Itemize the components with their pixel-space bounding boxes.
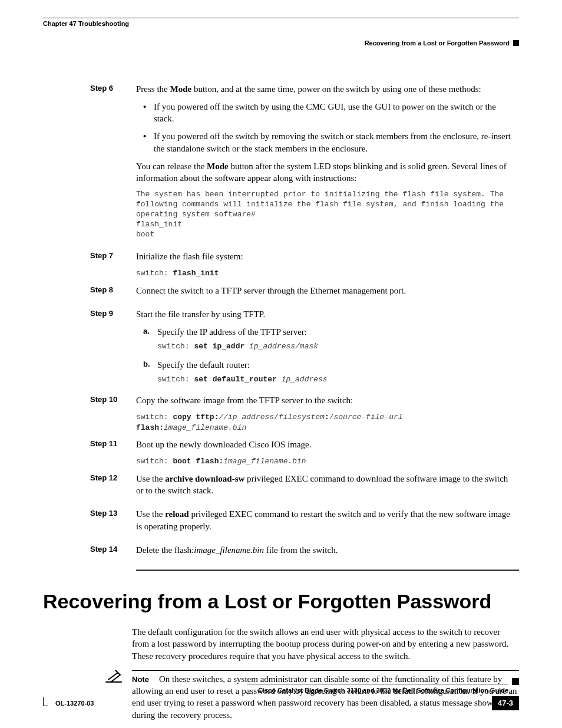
code-output: The system has been interrupted prior to… (136, 190, 516, 239)
step-14: Step 14 Delete the flash:image_filename.… (43, 544, 519, 562)
page-footer: Cisco Catalyst Blade Switch 3130 and 303… (43, 678, 519, 710)
header-section: Recovering from a Lost or Forgotten Pass… (43, 39, 519, 48)
step-label: Step 6 (43, 83, 136, 245)
section-heading: Recovering from a Lost or Forgotten Pass… (43, 588, 519, 615)
step-7: Step 7 Initialize the flash file system:… (43, 251, 519, 279)
list-item: If you powered off the switch by using t… (154, 101, 516, 125)
step-9: Step 9 Start the file transfer by using … (43, 308, 519, 388)
step-6: Step 6 Press the Mode button, and at the… (43, 83, 519, 245)
footer-guide-title: Cisco Catalyst Blade Switch 3130 and 303… (247, 686, 508, 695)
body-paragraph: The default configuration for the switch… (132, 626, 519, 662)
page-number: 47-3 (492, 696, 519, 710)
step-12: Step 12 Use the archive download-sw priv… (43, 473, 519, 503)
step-8: Step 8 Connect the switch to a TFTP serv… (43, 285, 519, 302)
chapter-label: Chapter 47 Troubleshooting (43, 19, 129, 28)
footer-doc-id: OL-13270-03 (55, 699, 94, 708)
step-13: Step 13 Use the reload privileged EXEC c… (43, 508, 519, 538)
list-item: If you powered off the switch by removin… (154, 130, 516, 154)
step-11: Step 11 Boot up the newly downloaded Cis… (43, 439, 519, 467)
step-10: Step 10 Copy the software image from the… (43, 394, 519, 433)
